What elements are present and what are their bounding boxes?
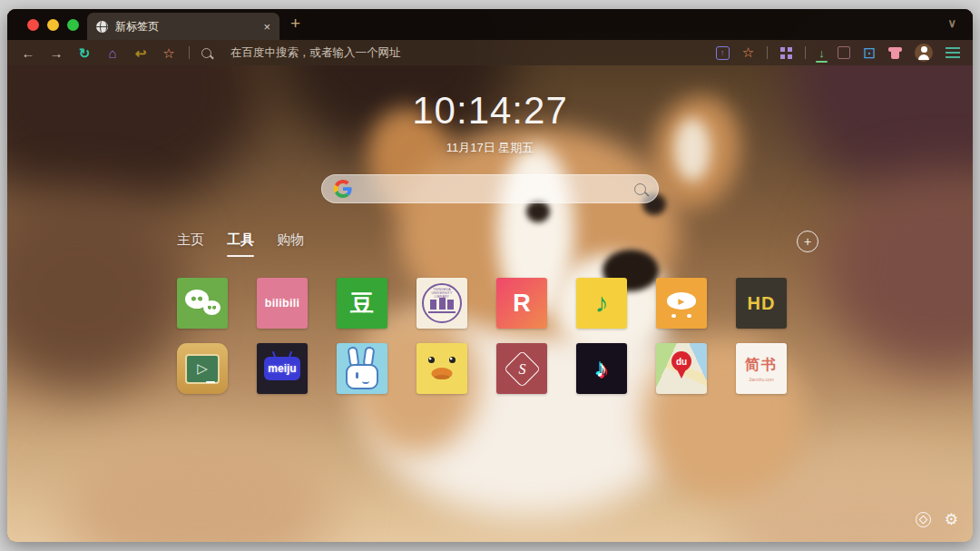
toolbar-right-group: ↑ ☆ ↓ ⊡ [716, 44, 960, 62]
window-zoom-button[interactable] [67, 19, 79, 31]
shortcut-wechat[interactable] [177, 278, 228, 329]
shortcut-red-library-emblem[interactable]: S [496, 343, 547, 394]
bookmark-star-button[interactable]: ☆ [161, 46, 177, 60]
shortcut-baidu-map[interactable]: du [656, 343, 707, 394]
settings-gear-icon[interactable]: ⚙ [945, 512, 958, 527]
shortcut-douban[interactable]: 豆 [337, 278, 387, 329]
tab-new-tab[interactable]: 新标签页 × [87, 13, 279, 40]
home-button[interactable]: ⌂ [104, 46, 121, 60]
window-controls [27, 19, 79, 31]
map-pin-icon: du [671, 351, 691, 371]
search-bar[interactable] [321, 174, 659, 203]
share-icon[interactable]: ↑ [716, 46, 730, 60]
toolbar-divider [189, 46, 190, 59]
tab-strip: 新标签页 × + ∨ [7, 9, 973, 40]
shortcut-qq-music[interactable]: ♪ [576, 278, 627, 329]
window-close-button[interactable] [27, 19, 39, 31]
compass-icon[interactable] [916, 512, 931, 527]
apps-grid-icon[interactable] [780, 47, 792, 59]
douyin-note-icon: ♪ [596, 355, 608, 383]
newtab-search-input[interactable] [360, 182, 626, 197]
shortcut-bilibili[interactable]: bilibili [257, 278, 308, 329]
diamond-emblem-icon: S [503, 349, 540, 387]
newtab-search-icon[interactable] [634, 183, 646, 195]
category-tab-shopping[interactable]: 购物 [277, 231, 304, 249]
browser-window: 新标签页 × + ∨ ← → ↻ ⌂ ↩ ☆ ↑ ☆ ↓ ⊡ 10:1 [7, 9, 973, 542]
menu-icon[interactable] [946, 47, 960, 58]
new-tab-page: 10:14:27 11月17日 星期五 主页 工具 购物 + bili [7, 65, 973, 542]
shortcut-duck[interactable] [416, 343, 467, 394]
tab-close-icon[interactable]: × [263, 20, 270, 34]
tab-overflow-chevron-icon[interactable]: ∨ [947, 16, 956, 30]
shortcut-douyin[interactable]: ♪ [576, 343, 627, 394]
add-site-button[interactable]: + [797, 231, 818, 252]
meiju-label: meiju [268, 362, 296, 375]
blackboard-icon: ▷ [185, 354, 220, 384]
music-note-icon: ♪ [595, 288, 609, 319]
category-tabs: 主页 工具 购物 [177, 231, 304, 249]
refresh-button[interactable]: ↻ [76, 46, 93, 60]
fullscreen-capture-icon[interactable]: ⊡ [863, 45, 876, 61]
tab-title: 新标签页 [115, 19, 256, 34]
corner-actions: ⚙ [916, 512, 958, 527]
jianshu-sublabel: Jianshu.com [749, 377, 774, 382]
user-avatar[interactable] [915, 44, 933, 62]
theme-shirt-icon[interactable] [888, 47, 902, 59]
shortcut-blackboard-course[interactable]: ▷ [177, 343, 228, 394]
shortcut-hd-video[interactable]: HD [736, 278, 787, 329]
shortcut-rabbit-comic[interactable] [337, 343, 387, 394]
shortcut-meiju[interactable]: meiju [257, 343, 308, 394]
shortcut-grid: bilibili 豆 TSINGHUA UNIVERSITY LIBRARY R… [177, 278, 787, 394]
douban-label: 豆 [350, 288, 374, 320]
forward-button[interactable]: → [48, 46, 64, 60]
back-button[interactable]: ← [20, 46, 36, 60]
toolbar: ← → ↻ ⌂ ↩ ☆ ↑ ☆ ↓ ⊡ [7, 40, 973, 65]
duck-icon [428, 357, 435, 363]
toolbar-divider [805, 46, 806, 59]
hd-label: HD [748, 293, 776, 314]
date: 11月17日 星期五 [7, 140, 973, 156]
toolbar-divider [767, 46, 768, 59]
shortcut-rr-video[interactable]: R [496, 278, 547, 329]
shortcut-video-monster[interactable]: ▶ [656, 278, 707, 329]
tsinghua-emblem-icon: TSINGHUA UNIVERSITY LIBRARY [422, 283, 462, 323]
google-logo [334, 180, 352, 198]
tab-favicon-globe-icon [96, 21, 108, 33]
tv-icon: meiju [264, 357, 300, 380]
new-tab-button[interactable]: + [290, 14, 300, 34]
download-icon[interactable]: ↓ [818, 47, 825, 59]
shortcut-jianshu[interactable]: 简书 Jianshu.com [736, 343, 787, 394]
bilibili-label: bilibili [265, 297, 300, 310]
undo-button[interactable]: ↩ [132, 46, 149, 60]
clock: 10:14:27 [7, 89, 973, 133]
screenshot-icon[interactable] [838, 46, 850, 59]
shortcut-tsinghua-library[interactable]: TSINGHUA UNIVERSITY LIBRARY [416, 278, 467, 329]
rr-video-label: R [513, 290, 531, 318]
address-input[interactable] [229, 45, 704, 60]
address-search-icon [201, 48, 211, 58]
favorites-star-icon[interactable]: ☆ [742, 44, 754, 61]
monster-face-icon: ▶ [667, 292, 696, 310]
window-minimize-button[interactable] [47, 19, 59, 31]
category-tab-tools[interactable]: 工具 [227, 231, 254, 249]
jianshu-label: 简书 [745, 356, 778, 375]
category-tab-home[interactable]: 主页 [177, 231, 204, 249]
wechat-bubble-icon [203, 300, 220, 315]
